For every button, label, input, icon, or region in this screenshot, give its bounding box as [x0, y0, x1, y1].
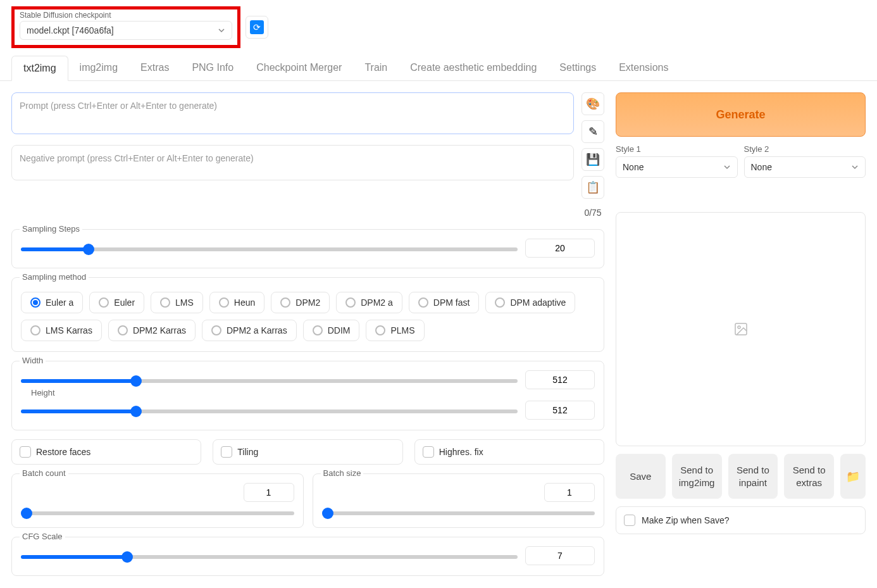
cfg-scale-label: CFG Scale	[20, 532, 65, 541]
chevron-down-icon	[723, 163, 731, 171]
batch-size-label: Batch size	[321, 468, 364, 478]
batch-size-slider[interactable]	[322, 511, 595, 515]
cfg-scale-group: CFG Scale	[11, 537, 604, 576]
sampler-dpm2-a[interactable]: DPM2 a	[336, 292, 402, 313]
refresh-checkpoint-button[interactable]: ⟳	[246, 16, 268, 39]
radio-icon	[211, 325, 221, 335]
sampler-dpm2[interactable]: DPM2	[271, 292, 330, 313]
image-placeholder-icon	[733, 322, 749, 337]
output-preview	[616, 212, 866, 446]
style2-label: Style 2	[744, 144, 866, 154]
save-button[interactable]: Save	[616, 454, 666, 499]
radio-icon	[418, 297, 428, 308]
dimensions-group: Width Height	[11, 361, 604, 430]
tab-checkpoint-merger[interactable]: Checkpoint Merger	[245, 56, 353, 80]
sampler-euler-a[interactable]: Euler a	[21, 292, 83, 313]
tab-settings[interactable]: Settings	[548, 56, 607, 80]
highres-fix-checkbox[interactable]: Highres. fix	[414, 439, 604, 465]
tab-img2img[interactable]: img2img	[68, 56, 129, 80]
tab-extras[interactable]: Extras	[129, 56, 180, 80]
clipboard-icon: 📋	[586, 180, 600, 194]
sampler-dpm-fast[interactable]: DPM fast	[409, 292, 480, 313]
batch-count-value[interactable]	[244, 483, 294, 502]
sampler-lms[interactable]: LMS	[151, 292, 203, 313]
tab-extensions[interactable]: Extensions	[607, 56, 680, 80]
batch-size-group: Batch size	[313, 473, 605, 528]
batch-count-label: Batch count	[20, 468, 68, 478]
folder-icon: 📁	[846, 470, 860, 484]
sampler-ddim[interactable]: DDIM	[303, 320, 360, 341]
style1-label: Style 1	[616, 144, 738, 154]
sampler-plms[interactable]: PLMS	[366, 320, 424, 341]
sampler-dpm2-karras[interactable]: DPM2 Karras	[108, 320, 196, 341]
sampler-dpm-adaptive[interactable]: DPM adaptive	[485, 292, 575, 313]
radio-icon	[219, 297, 229, 308]
chevron-down-icon	[218, 27, 225, 34]
open-folder-button[interactable]: 📁	[840, 454, 866, 499]
chevron-down-icon	[851, 163, 859, 171]
radio-icon	[160, 297, 170, 308]
height-label: Height	[28, 388, 58, 397]
cfg-scale-value[interactable]	[525, 546, 595, 565]
width-value[interactable]	[525, 370, 595, 389]
batch-count-group: Batch count	[11, 473, 304, 528]
paste-button[interactable]: 📋	[582, 176, 604, 199]
style1-select[interactable]: None	[616, 156, 738, 178]
svg-point-1	[738, 326, 740, 328]
sampling-steps-label: Sampling Steps	[20, 224, 82, 234]
palette-icon: 🎨	[586, 97, 600, 111]
tiling-checkbox[interactable]: Tiling	[213, 439, 402, 465]
token-counter: 0/75	[584, 208, 601, 218]
tab-txt2img[interactable]: txt2img	[11, 56, 68, 81]
sampling-method-group: Sampling method Euler aEulerLMSHeunDPM2D…	[11, 277, 604, 352]
sampler-lms-karras[interactable]: LMS Karras	[21, 320, 102, 341]
checkbox-icon	[221, 446, 232, 458]
save-prompt-button[interactable]: 💾	[582, 148, 604, 171]
checkpoint-label: Stable Diffusion checkpoint	[20, 11, 232, 20]
send-to-img2img-button[interactable]: Send to img2img	[672, 454, 722, 499]
send-to-extras-button[interactable]: Send to extras	[784, 454, 834, 499]
radio-icon	[30, 297, 40, 308]
radio-icon	[495, 297, 505, 308]
checkpoint-select[interactable]: model.ckpt [7460a6fa]	[20, 21, 232, 40]
batch-count-slider[interactable]	[21, 511, 294, 515]
radio-icon	[30, 325, 40, 335]
radio-icon	[280, 297, 290, 308]
sampler-dpm2-a-karras[interactable]: DPM2 a Karras	[202, 320, 297, 341]
sampling-method-label: Sampling method	[20, 272, 89, 282]
sampling-steps-slider[interactable]	[21, 247, 518, 251]
tab-png-info[interactable]: PNG Info	[180, 56, 245, 80]
checkbox-icon	[423, 446, 434, 458]
style-button[interactable]: 🎨	[582, 92, 604, 115]
send-to-inpaint-button[interactable]: Send to inpaint	[728, 454, 778, 499]
refresh-icon: ⟳	[250, 20, 264, 34]
batch-size-value[interactable]	[544, 483, 595, 502]
negative-prompt-input[interactable]	[11, 145, 574, 180]
make-zip-checkbox[interactable]: Make Zip when Save?	[616, 506, 866, 534]
cfg-scale-slider[interactable]	[21, 555, 518, 559]
pencil-icon: ✎	[588, 125, 598, 139]
height-slider[interactable]	[21, 410, 518, 413]
generate-button[interactable]: Generate	[616, 92, 866, 137]
width-slider[interactable]	[21, 379, 518, 383]
restore-faces-checkbox[interactable]: Restore faces	[11, 439, 201, 465]
width-label: Width	[20, 356, 46, 365]
sampling-steps-value[interactable]	[525, 239, 595, 258]
tab-train[interactable]: Train	[353, 56, 399, 80]
checkpoint-value: model.ckpt [7460a6fa]	[27, 25, 114, 35]
radio-icon	[375, 325, 385, 335]
sampler-heun[interactable]: Heun	[209, 292, 264, 313]
height-value[interactable]	[525, 401, 595, 420]
edit-button[interactable]: ✎	[582, 120, 604, 143]
sampler-euler[interactable]: Euler	[89, 292, 144, 313]
radio-icon	[313, 325, 323, 335]
main-tabs: txt2imgimg2imgExtrasPNG InfoCheckpoint M…	[0, 56, 877, 81]
style2-select[interactable]: None	[744, 156, 866, 178]
checkbox-icon	[20, 446, 31, 458]
radio-icon	[118, 325, 128, 335]
checkpoint-highlight: Stable Diffusion checkpoint model.ckpt […	[11, 6, 240, 48]
tab-create-aesthetic-embedding[interactable]: Create aesthetic embedding	[399, 56, 548, 80]
radio-icon	[99, 297, 109, 308]
prompt-input[interactable]	[11, 92, 574, 134]
radio-icon	[345, 297, 356, 308]
